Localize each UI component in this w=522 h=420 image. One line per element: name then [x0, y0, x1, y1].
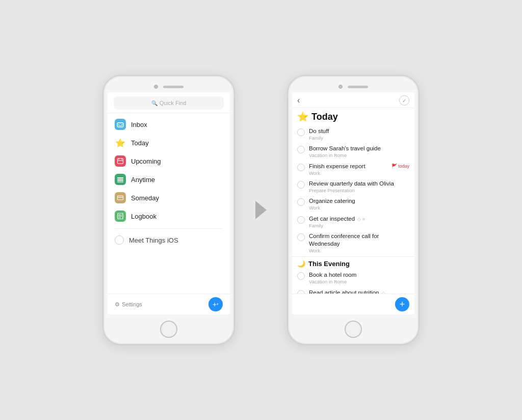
upcoming-label: Upcoming: [131, 158, 161, 165]
phone-today: ‹ ✓ ⭐ Today Do stuff Family: [287, 75, 420, 345]
home-button-left[interactable]: [160, 321, 177, 338]
nav-list: Inbox ⭐ Today Upcoming: [108, 113, 230, 294]
task-checkbox[interactable]: [297, 216, 305, 224]
task-name: Do stuff: [309, 127, 409, 135]
earpiece-speaker-right: [348, 86, 368, 88]
flag-icon: 🚩: [392, 164, 397, 169]
task-item-hotel[interactable]: Book a hotel room Vacation in Rome: [292, 269, 414, 286]
evening-section-title: This Evening: [308, 260, 350, 268]
task-sub: Family: [309, 223, 409, 228]
phone-top-bar-right: [288, 76, 419, 92]
phone-screen-left: 🔍 Quick Find Inbox ⭐: [108, 92, 230, 314]
evening-section-header: 🌙 This Evening: [292, 256, 414, 269]
task-item-nutrition[interactable]: Read article about nutrition ◇ Run a Mar…: [292, 287, 414, 294]
transition-arrow: [255, 201, 267, 219]
task-checkbox[interactable]: [297, 272, 305, 280]
front-camera: [154, 85, 158, 89]
back-button[interactable]: ‹: [297, 96, 300, 105]
task-sub: Family: [309, 135, 409, 141]
upcoming-icon: [115, 155, 126, 167]
task-sub: Vacation in Rome: [309, 279, 409, 284]
task-sub: Work: [309, 248, 409, 253]
front-camera-right: [338, 85, 343, 89]
sidebar-item-today[interactable]: ⭐ Today: [108, 134, 230, 152]
task-item-do-stuff[interactable]: Do stuff Family: [292, 125, 414, 143]
today-star-icon: ⭐: [297, 111, 308, 122]
add-task-fab[interactable]: + ▾: [208, 297, 223, 311]
nav-divider: [115, 228, 223, 229]
task-list: Do stuff Family Borrow Sarah's travel gu…: [292, 124, 414, 294]
home-button-right[interactable]: [345, 321, 362, 338]
task-sub: Work: [309, 170, 387, 176]
svg-rect-5: [117, 177, 123, 179]
inbox-icon: [115, 119, 126, 130]
task-name: Review quarterly data with Olivia: [309, 180, 409, 188]
sidebar-item-anytime[interactable]: Anytime: [108, 170, 230, 189]
task-sub: Work: [309, 205, 409, 211]
fab-plus-icon: +: [213, 300, 217, 308]
fab-plus-icon-right: +: [400, 300, 405, 309]
task-item-conference[interactable]: Confirm conference call for Wednesday Wo…: [292, 230, 414, 255]
meet-label: Meet Things iOS: [129, 237, 178, 244]
sidebar-item-upcoming[interactable]: Upcoming: [108, 152, 230, 170]
moon-icon: 🌙: [297, 260, 305, 268]
task-item-review[interactable]: Review quarterly data with Olivia Prepar…: [292, 178, 414, 195]
flag-label: today: [398, 164, 409, 169]
task-checkbox[interactable]: [297, 128, 305, 136]
search-input[interactable]: 🔍 Quick Find: [114, 96, 224, 110]
phone-footer-right: +: [292, 294, 414, 314]
task-name: Book a hotel room: [309, 271, 409, 279]
complete-icon[interactable]: ✓: [399, 95, 409, 106]
task-content: Do stuff Family: [309, 127, 409, 141]
flag-today: 🚩 today: [392, 164, 409, 169]
add-task-fab-right[interactable]: +: [395, 297, 409, 311]
task-item-expense[interactable]: Finish expense report Work 🚩 today: [292, 161, 414, 178]
task-name: Organize catering: [309, 197, 409, 205]
search-bar[interactable]: 🔍 Quick Find: [108, 92, 230, 113]
task-item-borrow[interactable]: Borrow Sarah's travel guide Vacation in …: [292, 143, 414, 160]
task-content: Borrow Sarah's travel guide Vacation in …: [309, 145, 409, 158]
task-checkbox[interactable]: [297, 164, 305, 171]
inbox-label: Inbox: [131, 121, 147, 128]
task-icons: ◇: [382, 291, 385, 294]
today-icon: ⭐: [115, 137, 126, 148]
task-checkbox[interactable]: [297, 290, 305, 294]
phone-footer-left: ⚙ Settings + ▾: [108, 294, 230, 314]
task-name: Get car inspected ◇ ≡: [309, 215, 409, 223]
task-content: Get car inspected ◇ ≡ Family: [309, 215, 409, 228]
sidebar-item-inbox[interactable]: Inbox: [108, 115, 230, 134]
task-content: Book a hotel room Vacation in Rome: [309, 271, 409, 284]
phone-bottom-bar-right: [345, 314, 362, 344]
fab-chevron-icon: ▾: [217, 302, 219, 306]
phone-top-bar: [103, 76, 234, 92]
task-name: Finish expense report: [309, 163, 387, 170]
settings-label: Settings: [122, 301, 142, 307]
anytime-icon: [115, 174, 126, 185]
svg-rect-1: [118, 159, 123, 164]
task-name: Confirm conference call for Wednesday: [309, 232, 409, 248]
task-sub: Prepare Presentation: [309, 188, 409, 193]
sidebar-item-someday[interactable]: Someday: [108, 189, 230, 207]
task-content: Finish expense report Work: [309, 163, 387, 176]
phone-sidebar: 🔍 Quick Find Inbox ⭐: [102, 75, 235, 345]
task-item-car[interactable]: Get car inspected ◇ ≡ Family: [292, 213, 414, 230]
task-item-catering[interactable]: Organize catering Work: [292, 195, 414, 213]
today-view-header: ‹ ✓: [292, 92, 414, 108]
task-checkbox[interactable]: [297, 146, 305, 153]
task-icons: ◇ ≡: [357, 217, 365, 222]
task-sub: Vacation in Rome: [309, 152, 409, 158]
anytime-label: Anytime: [131, 176, 155, 183]
task-content: Review quarterly data with Olivia Prepar…: [309, 180, 409, 193]
today-title-text: Today: [311, 112, 338, 122]
meet-circle-icon: [115, 235, 124, 245]
task-checkbox[interactable]: [297, 198, 305, 206]
sidebar-item-logbook[interactable]: Logbook: [108, 207, 230, 225]
task-content: Read article about nutrition ◇ Run a Mar…: [309, 289, 409, 294]
earpiece-speaker: [163, 86, 184, 88]
settings-button[interactable]: ⚙ Settings: [115, 301, 142, 308]
meet-things-item[interactable]: Meet Things iOS: [108, 232, 230, 248]
task-checkbox[interactable]: [297, 233, 305, 241]
task-content: Organize catering Work: [309, 197, 409, 211]
task-checkbox[interactable]: [297, 181, 305, 189]
today-title-row: ⭐ Today: [292, 108, 414, 124]
